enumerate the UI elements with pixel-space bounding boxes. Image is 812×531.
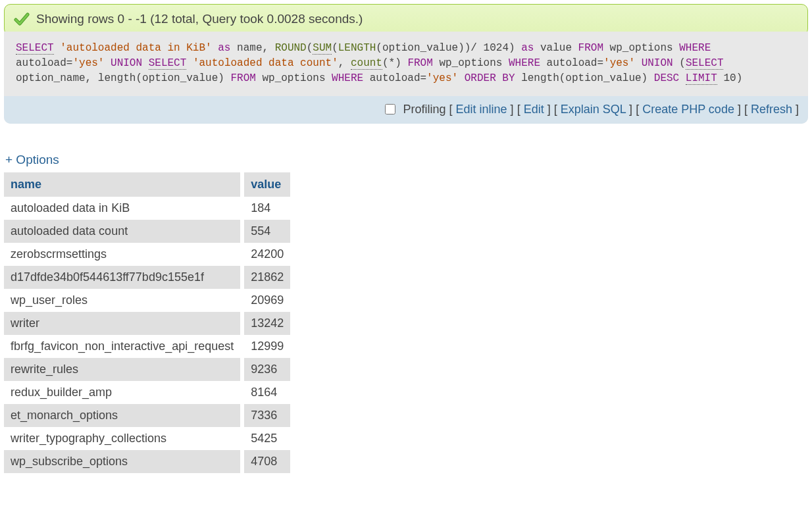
success-message-text: Showing rows 0 - -1 (12 total, Query too…	[36, 12, 363, 26]
edit-link[interactable]: Edit	[524, 103, 544, 116]
table-row[interactable]: writer13242	[4, 312, 290, 335]
cell-name: autoloaded data in KiB	[4, 197, 242, 220]
cell-name: d17dfde34b0f544613ff77bd9c155e1f	[4, 266, 242, 289]
cell-name: wp_user_roles	[4, 289, 242, 312]
cell-name: writer	[4, 312, 242, 335]
cell-name: fbrfg_favicon_non_interactive_api_reques…	[4, 335, 242, 358]
edit-inline-link[interactable]: Edit inline	[456, 103, 507, 116]
sql-toolbar: Profiling [ Edit inline ] [ Edit ] [ Exp…	[4, 96, 808, 124]
cell-value: 8164	[242, 381, 290, 404]
options-toggle-link[interactable]: + Options	[4, 143, 59, 171]
sql-query-text: SELECT 'autoloaded data in KiB' as name,…	[4, 32, 808, 96]
cell-value: 24200	[242, 243, 290, 266]
cell-value: 5425	[242, 427, 290, 450]
refresh-link[interactable]: Refresh	[751, 103, 792, 116]
query-success-bar: Showing rows 0 - -1 (12 total, Query too…	[4, 4, 808, 36]
cell-value: 12999	[242, 335, 290, 358]
cell-value: 13242	[242, 312, 290, 335]
table-row[interactable]: d17dfde34b0f544613ff77bd9c155e1f21862	[4, 266, 290, 289]
table-row[interactable]: rewrite_rules9236	[4, 358, 290, 381]
table-row[interactable]: autoloaded data count554	[4, 220, 290, 243]
cell-value: 20969	[242, 289, 290, 312]
table-row[interactable]: zerobscrmsettings24200	[4, 243, 290, 266]
table-row[interactable]: wp_subscribe_options4708	[4, 450, 290, 473]
profiling-label: Profiling	[403, 103, 445, 116]
create-php-link[interactable]: Create PHP code	[642, 103, 734, 116]
cell-value: 184	[242, 197, 290, 220]
sql-query-box: SELECT 'autoloaded data in KiB' as name,…	[4, 32, 808, 124]
column-header-value[interactable]: value	[242, 172, 290, 197]
table-row[interactable]: writer_typography_collections5425	[4, 427, 290, 450]
cell-name: autoloaded data count	[4, 220, 242, 243]
success-check-icon	[14, 11, 30, 27]
table-row[interactable]: wp_user_roles20969	[4, 289, 290, 312]
table-row[interactable]: et_monarch_options7336	[4, 404, 290, 427]
cell-name: et_monarch_options	[4, 404, 242, 427]
table-row[interactable]: redux_builder_amp8164	[4, 381, 290, 404]
cell-name: wp_subscribe_options	[4, 450, 242, 473]
cell-name: rewrite_rules	[4, 358, 242, 381]
table-header-row: name value	[4, 172, 290, 197]
profiling-checkbox[interactable]	[385, 104, 395, 114]
cell-value: 4708	[242, 450, 290, 473]
cell-value: 9236	[242, 358, 290, 381]
cell-name: zerobscrmsettings	[4, 243, 242, 266]
table-row[interactable]: autoloaded data in KiB184	[4, 197, 290, 220]
cell-value: 21862	[242, 266, 290, 289]
column-header-name[interactable]: name	[4, 172, 242, 197]
table-row[interactable]: fbrfg_favicon_non_interactive_api_reques…	[4, 335, 290, 358]
cell-value: 554	[242, 220, 290, 243]
results-table: name value autoloaded data in KiB184auto…	[4, 172, 290, 473]
explain-sql-link[interactable]: Explain SQL	[561, 103, 626, 116]
cell-name: redux_builder_amp	[4, 381, 242, 404]
cell-value: 7336	[242, 404, 290, 427]
cell-name: writer_typography_collections	[4, 427, 242, 450]
